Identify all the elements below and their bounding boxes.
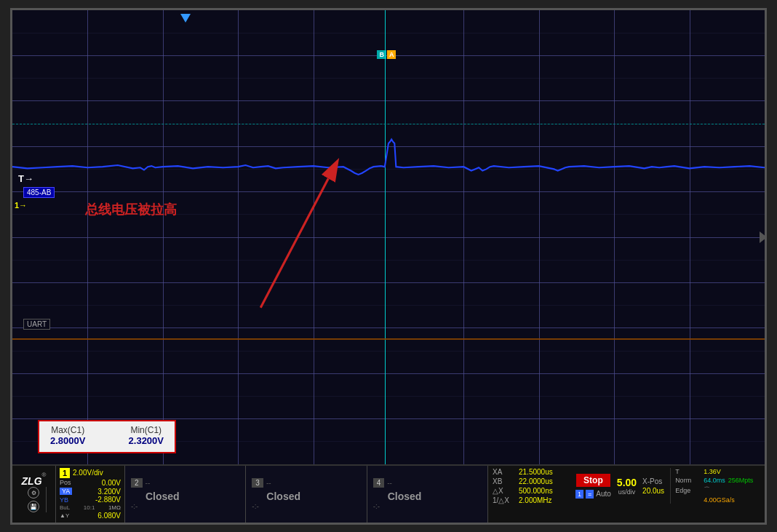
ch2-dashes-bottom: -:- (131, 502, 138, 510)
ch1-yb-label: YB (60, 496, 68, 504)
ch4-closed-section: 4 -- Closed -:- (367, 466, 488, 523)
ref-line-upper (12, 124, 765, 124)
oscilloscope-screen: B A T→ 485-AB 1→ UART 总线电压被拉高 (12, 10, 765, 464)
ch1-indicator-badge: 1 (575, 490, 583, 499)
xb-label: XB (493, 477, 514, 485)
min-value: 2.3200V (129, 435, 164, 446)
annotation-text: 总线电压被拉高 (85, 201, 177, 218)
ch4-dashes-bottom: -:- (373, 502, 380, 510)
delta-val: 500.000ns (519, 487, 570, 495)
right-meas-panel: XA 21.5000us XB 22.0000us △X 500.000ns 1… (488, 466, 765, 523)
ch1-position-marker: 1→ (15, 201, 27, 210)
t-trig-val: 1.36V (704, 468, 721, 475)
t-indicator: T→ (18, 173, 33, 184)
ch1-impedance: 1MΩ (108, 504, 121, 511)
gsa-val: 4.00GSa/s (704, 496, 735, 504)
max-value: 2.8000V (50, 435, 85, 446)
trigger-section: T 1.36V Norm 64.0ms 256Mpts Edge ⌒ 4. (670, 468, 753, 504)
time-div-unit: us/div (618, 488, 636, 496)
ch3-dashes-top: -- (266, 479, 271, 487)
ch1-ay-label: ▲Y (60, 512, 69, 519)
inv-val: 2.000MHz (519, 496, 570, 504)
logo-registered: ® (42, 472, 47, 478)
sample-val: 64.0ms (704, 477, 725, 484)
edge-icon: ⌒ (704, 485, 710, 495)
measurement-box: Max(C1) 2.8000V Min(C1) 2.3200V (38, 420, 176, 453)
ch3-closed-text: Closed (266, 491, 300, 502)
ch3-dashes-bottom: -:- (252, 502, 258, 510)
trigger-marker (180, 14, 191, 23)
xb-val: 22.0000us (519, 477, 570, 485)
xa-val: 21.5000us (519, 468, 570, 476)
min-label: Min(C1) (129, 425, 164, 435)
logo-area: ZLG ® ⚙ 💾 (12, 466, 56, 523)
ch1-div: 2.00V/div (73, 469, 103, 477)
icon-save[interactable]: 💾 (28, 501, 39, 512)
ch4-number[interactable]: 4 (373, 478, 385, 488)
ch1-ya-val: 3.200V (97, 488, 121, 496)
t-trig-label: T (675, 468, 701, 475)
grid (12, 10, 765, 464)
ch1-eq-badge: = (586, 490, 594, 499)
ch1-yb-val: -2.880V (95, 496, 121, 504)
mpts-val: 256Mpts (728, 477, 754, 484)
ch4-dashes-top: -- (387, 479, 392, 487)
side-scroll-arrow[interactable] (760, 231, 765, 243)
ch3-closed-section: 3 -- Closed -:- (246, 466, 367, 523)
a-label: A (387, 50, 397, 59)
status-bar: ZLG ® ⚙ 💾 1 2.00V/div Pos 0.00V YA 3.200… (12, 464, 765, 523)
logo-text: ZLG (22, 475, 42, 487)
icon-settings[interactable]: ⚙ (28, 487, 39, 499)
ch1-info-panel: 1 2.00V/div Pos 0.00V YA 3.200V YB -2.88… (56, 466, 125, 523)
t-arrow-icon: T→ (18, 173, 33, 184)
ch1-coupling: BuL (60, 504, 70, 511)
delta-label: △X (493, 487, 514, 495)
ch4-closed-text: Closed (388, 491, 422, 502)
ch1-label-tag: 485-AB (23, 187, 55, 198)
ch1-number[interactable]: 1 (60, 468, 70, 478)
sample-label: Norm (675, 477, 701, 484)
edge-label: Edge (675, 487, 701, 494)
auto-label: Auto (596, 490, 611, 498)
ch2-closed-section: 2 -- Closed -:- (125, 466, 246, 523)
ch1-ya-label: YA (60, 488, 72, 495)
ch2-label-tag: UART (23, 319, 50, 330)
time-div-val: 5.00 (617, 477, 637, 488)
time-div-section: 5.00 us/div (617, 477, 637, 496)
ch2-closed-text: Closed (146, 491, 180, 502)
inv-label: 1/△X (493, 496, 514, 504)
bottom-icons: ⚙ 💾 (21, 487, 47, 512)
xpos-label: X-Pos (642, 477, 662, 485)
max-label: Max(C1) (50, 425, 85, 435)
stop-button[interactable]: Stop (576, 474, 610, 487)
ch1-pos-val: 0.00V (102, 479, 121, 487)
ch2-dashes-top: -- (146, 479, 151, 487)
ch1-probe: 10:1 (84, 504, 95, 511)
xa-label: XA (493, 468, 514, 476)
ch2-number[interactable]: 2 (131, 478, 143, 488)
ch1-pos-label: Pos (60, 479, 71, 486)
xpos-val: 20.0us (642, 487, 664, 495)
cursor-line (385, 10, 386, 464)
ch1-ay-val: 6.080V (97, 512, 121, 520)
ch3-number[interactable]: 3 (252, 478, 263, 488)
oscilloscope-frame: B A T→ 485-AB 1→ UART 总线电压被拉高 (10, 8, 767, 525)
trigger-ba-labels: B A (377, 50, 396, 59)
